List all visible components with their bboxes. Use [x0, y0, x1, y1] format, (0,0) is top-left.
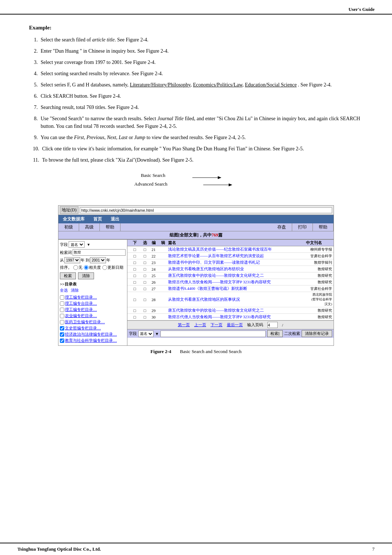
- clear-all-btn[interactable]: 清除所有记录: [302, 330, 332, 337]
- result-link[interactable]: 敦煌遗书S.4400《敦煌王曹翰宅疏》新忧新断: [168, 286, 247, 291]
- db-link-3[interactable]: 理工编专栏目录…: [65, 307, 97, 312]
- item-num: 8.: [29, 115, 41, 122]
- second-search-label: 二次检索: [284, 331, 300, 336]
- main-content: Example: 1. Select the search filed of a…: [0, 15, 392, 543]
- db-checkbox-4[interactable]: [60, 314, 64, 318]
- result-link[interactable]: 敦煌艺术哲学论要——从百年敦煌艺术研究的演变说起: [168, 254, 264, 258]
- db-link-8[interactable]: 教育与社会科学编专栏目录…: [65, 338, 117, 343]
- db-list: 理工编专栏目录… 理工编专台目录… 理工编专栏目录…: [60, 295, 126, 343]
- field-row: 字段 篇名 ▼: [60, 241, 126, 248]
- year-label: 年 到: [81, 258, 90, 263]
- table-row[interactable]: □ □ 28 从敦煌文书看唐五代敦煌地区的医事状况 西北民族学院(哲学社会科学汉…: [127, 292, 334, 307]
- result-link[interactable]: 敦煌古代僧人当饮食检阅——敦煌文字评P 3231卷内容研究: [168, 315, 271, 319]
- sort-none-radio[interactable]: [73, 265, 78, 270]
- db-link-3: Education/Social Science: [245, 82, 297, 88]
- clear-button[interactable]: 清除: [78, 272, 94, 279]
- db-link-7[interactable]: 经济政治与法律编专栏目录…: [65, 332, 117, 337]
- italic-text: Last: [119, 135, 127, 140]
- result-link[interactable]: 从敦煌文书看晚唐五代敦煌地区的布纺织业: [168, 267, 244, 271]
- menu-item-db[interactable]: 全文数据库: [58, 215, 89, 223]
- db-link-1[interactable]: 理工编专栏目录…: [65, 295, 97, 300]
- pagination-bar: 第一页 上一页 下一页 最后一页 输入页码 /: [127, 320, 334, 329]
- table-row[interactable]: □ □ 22 敦煌艺术哲学论要——从百年敦煌艺术研究的演变说起 甘肃社会科学: [127, 253, 334, 259]
- jump-input[interactable]: [268, 322, 278, 328]
- address-label[interactable]: 地址(D): [60, 206, 78, 214]
- table-row[interactable]: □ □ 24 从敦煌文书看晚唐五代敦煌地区的布纺织业 敦煌研究: [127, 266, 334, 272]
- last-page-btn[interactable]: 最后一页: [227, 322, 243, 328]
- table-row[interactable]: □ □ 29 唐五代敦煌饮食中的饮妆论——敦煌饮食文化研究之二 敦煌研究: [127, 307, 334, 314]
- db-btn-advanced[interactable]: 高级: [79, 223, 100, 231]
- db-checkbox-3[interactable]: [60, 308, 64, 312]
- db-link-4[interactable]: 农业编专栏目录…: [65, 313, 97, 319]
- item-text: Click one title to view it's basic infor…: [42, 145, 363, 153]
- item-text: Click SEARCH button. See Figure 2-4.: [41, 92, 363, 100]
- db-btn-help2[interactable]: 帮助: [313, 223, 334, 231]
- first-page-btn[interactable]: 第一页: [178, 322, 190, 328]
- header-title: User's Guide: [348, 7, 375, 12]
- table-row[interactable]: □ □ 25 唐五代敦煌饮食中的饮妆论——敦煌饮食文化研究之二 敦煌研究: [127, 272, 334, 279]
- results-bar: 组图[全部文章]，共中769篇: [58, 231, 334, 239]
- col-header-num: 下: [129, 240, 140, 246]
- db-btn-print[interactable]: 打印: [292, 223, 313, 231]
- table-row[interactable]: □ □ 26 敦煌古代僧人当饮食检阅——敦煌文字评P 3231卷内容研究 敦煌研…: [127, 279, 334, 285]
- result-link[interactable]: 唐五代敦煌饮食中的饮妆论——敦煌饮食文化研究之二: [168, 308, 264, 312]
- results-header: 下 选 编 辑 篇名 中文刊名: [127, 240, 334, 246]
- year-to-select[interactable]: 2001: [90, 257, 106, 263]
- select-all-link[interactable]: 全选: [60, 288, 68, 293]
- item-text: To browse the full text, please click "X…: [42, 156, 363, 164]
- db-checkbox-5[interactable]: [60, 320, 64, 324]
- deselect-link[interactable]: 清除: [71, 288, 79, 293]
- field-label: 字段: [60, 242, 68, 247]
- second-search-btn[interactable]: 检索|: [267, 330, 283, 337]
- db-item-2: 理工编专台目录…: [60, 301, 126, 306]
- db-btn-basic[interactable]: 初级: [58, 223, 79, 231]
- svg-marker-1: [218, 176, 221, 179]
- page: User's Guide Example: 1. Select the sear…: [0, 0, 392, 555]
- db-checkbox-7[interactable]: [60, 332, 64, 337]
- search-button[interactable]: 检索: [60, 272, 76, 279]
- second-search-input[interactable]: [160, 331, 266, 337]
- menu-bar: 全文数据库 首页 退出: [58, 215, 334, 223]
- db-link-5[interactable]: 医药卫生编专栏目录…: [65, 319, 105, 325]
- item-num: 10.: [29, 145, 42, 153]
- second-search-bar: 字段 篇名 ▼ 检索| 二次检索 清除所有记录: [127, 329, 334, 338]
- db-checkbox-8[interactable]: [60, 339, 64, 343]
- list-item: 11. To browse the full text, please clic…: [29, 156, 363, 164]
- result-link[interactable]: 敦煌古代僧人当饮食检阅——敦煌文字评P 3231卷内容研究: [168, 280, 271, 284]
- db-btn-save[interactable]: 存盘: [271, 223, 292, 231]
- table-row[interactable]: □ □ 23 敦煌遗书中的中印、日文字因素——读敦煌遗书札记 敦煌学辑刊: [127, 259, 334, 266]
- sort-relevance-radio[interactable]: [84, 265, 89, 270]
- sort-relevance-label[interactable]: 相关度: [84, 265, 101, 270]
- db-checkbox-6[interactable]: [60, 326, 64, 331]
- menu-item-exit[interactable]: 退出: [106, 215, 124, 223]
- db-btn-help[interactable]: 帮助: [100, 223, 121, 231]
- italic-text: First, Previous: [74, 135, 104, 140]
- sort-date-radio[interactable]: [102, 265, 107, 270]
- prev-page-btn[interactable]: 上一页: [194, 322, 206, 328]
- field-select[interactable]: 篇名: [69, 241, 85, 248]
- result-link[interactable]: 浅论敦煌文稿及其历史价值——纪念敦煌石室藏书发现百年: [168, 247, 272, 251]
- next-page-btn[interactable]: 下一页: [211, 322, 222, 328]
- db-link-6[interactable]: 文史哲编专栏目录…: [65, 325, 101, 331]
- second-field-select[interactable]: 篇名: [138, 331, 154, 337]
- col-header-journal: 中文刊名: [296, 240, 332, 246]
- table-row[interactable]: □ □ 21 浅论敦煌文稿及其历史价值——纪念敦煌石室藏书发现百年 柳州师专学报: [127, 246, 334, 253]
- sort-none-label[interactable]: 无: [73, 265, 82, 270]
- figure-label: Figure 2-4: [151, 349, 171, 355]
- result-link[interactable]: 从敦煌文书看唐五代敦煌地区的医事状况: [168, 297, 240, 301]
- search-input[interactable]: [73, 249, 126, 256]
- table-row[interactable]: □ □ 27 敦煌遗书S.4400《敦煌王曹翰宅疏》新忧新断 甘肃社会科学: [127, 285, 334, 292]
- table-row[interactable]: □ □ 30 敦煌古代僧人当饮食检阅——敦煌文字评P 3231卷内容研究 敦煌研…: [127, 314, 334, 320]
- year-row: 从 1997 年 到 2001 年: [60, 257, 126, 263]
- sort-date-label[interactable]: 更新日期: [102, 265, 123, 270]
- db-checkbox-2[interactable]: [60, 301, 64, 306]
- footer: Tsinghua Tongfang Optical Disc Co., Ltd.…: [0, 543, 392, 555]
- result-link[interactable]: 唐五代敦煌饮食中的饮妆论——敦煌饮食文化研究之二: [168, 273, 264, 278]
- year-from-select[interactable]: 1997: [64, 257, 80, 263]
- address-input[interactable]: [80, 207, 332, 213]
- db-checkbox-1[interactable]: [60, 295, 64, 300]
- menu-item-home[interactable]: 首页: [89, 215, 106, 223]
- list-item: 9. You can use the First, Previous, Next…: [29, 134, 363, 141]
- result-link[interactable]: 敦煌遗书中的中印、日文字因素——读敦煌遗书札记: [168, 260, 260, 264]
- db-link-2[interactable]: 理工编专台目录…: [65, 301, 97, 306]
